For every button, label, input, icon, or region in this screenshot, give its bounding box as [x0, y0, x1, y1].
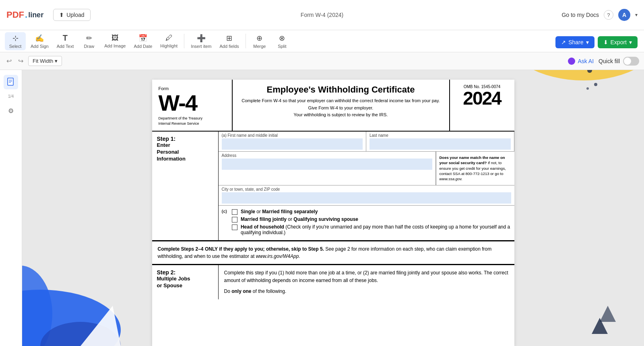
doc-title: Form W-4 (2024)	[301, 12, 343, 18]
city-cell: City or town, state, and ZIP code	[219, 185, 514, 205]
tool-add-fields[interactable]: ⊞ Add fields	[217, 32, 242, 50]
logo-liner-text: liner	[28, 11, 43, 19]
step1-subtitle: Enter Personal Information	[157, 142, 213, 163]
page-count-label: 1/4	[8, 94, 14, 99]
form-dept: Department of the Treasury Internal Reve…	[159, 116, 225, 126]
add-text-label: Add Text	[57, 44, 74, 49]
form-year: 2024	[456, 89, 508, 107]
header-bar: PDF.liner ⬆ Upload Form W-4 (2024) Go to…	[0, 0, 644, 30]
tool-draw[interactable]: ✏ Draw	[78, 32, 99, 50]
last-name-input[interactable]	[369, 138, 511, 150]
city-input[interactable]	[222, 192, 511, 204]
app-logo[interactable]: PDF.liner	[6, 10, 43, 20]
form-header-center: Employee's Withholding Certificate Compl…	[233, 80, 450, 131]
highlight-label: Highlight	[160, 43, 178, 48]
tool-select[interactable]: ⊹ Select	[5, 32, 26, 50]
checkbox-head[interactable]	[232, 224, 237, 230]
toolbar-separator-1	[184, 34, 184, 48]
action-buttons: ↗ Share ▾ ⬇ Export ▾	[555, 36, 638, 48]
tool-insert-item[interactable]: ➕ Insert item	[188, 32, 215, 50]
first-name-input[interactable]	[222, 138, 363, 150]
form-main-title: Employee's Withholding Certificate	[239, 84, 443, 95]
logo-pdf-text: PDF	[6, 10, 24, 20]
undo-button[interactable]: ↩	[5, 56, 13, 66]
add-sign-label: Add Sign	[31, 44, 49, 49]
export-button[interactable]: ⬇ Export ▾	[598, 36, 638, 48]
name-row: (a) First name and middle initial Last n…	[219, 132, 514, 152]
step2-title: Step 2:	[157, 269, 213, 276]
tool-highlight[interactable]: 🖊 Highlight	[157, 32, 181, 50]
quick-fill-label: Quick fill	[599, 58, 620, 64]
first-name-label: (a) First name and middle initial	[222, 133, 363, 138]
tool-add-text[interactable]: T Add Text	[54, 32, 77, 50]
avatar[interactable]: A	[618, 9, 630, 21]
share-button[interactable]: ↗ Share ▾	[555, 36, 594, 48]
share-chevron-icon: ▾	[586, 39, 589, 45]
redo-button[interactable]: ↪	[17, 56, 25, 66]
secondary-toolbar-right: Ask AI Quick fill	[568, 57, 639, 66]
upload-label: Upload	[66, 12, 84, 18]
select-label: Select	[9, 44, 22, 49]
share-label: Share	[568, 39, 583, 45]
step2-desc: Complete this step if you (1) hold more …	[224, 269, 509, 284]
city-label: City or town, state, and ZIP code	[222, 187, 511, 192]
step2-do-only: Do only one of the following.	[224, 288, 509, 295]
add-fields-label: Add fields	[220, 44, 239, 49]
ask-ai-button[interactable]: Ask AI	[568, 58, 594, 65]
add-date-label: Add Date	[134, 44, 152, 49]
tool-split[interactable]: ⊗ Split	[272, 32, 293, 50]
step2-section: Step 2: Multiple Jobs or Spouse Complete…	[152, 264, 514, 300]
split-label: Split	[278, 44, 286, 49]
filing-head-text: Head of household (Check only if you're …	[241, 224, 511, 235]
help-button[interactable]: ?	[604, 10, 613, 20]
filing-c-label: (c)	[222, 209, 227, 214]
tool-add-image[interactable]: 🖼 Add Image	[101, 32, 129, 50]
export-icon: ⬇	[603, 39, 608, 45]
tool-add-date[interactable]: 📅 Add Date	[130, 32, 155, 50]
insert-item-icon: ➕	[197, 34, 206, 43]
tool-merge[interactable]: ⊕ Merge	[249, 32, 270, 50]
checkbox-single[interactable]	[232, 209, 237, 215]
filing-married-text: Married filing jointly or Qualifying sur…	[241, 216, 358, 222]
highlight-icon: 🖊	[165, 34, 173, 42]
checkbox-married[interactable]	[232, 217, 237, 222]
address-row-container: Address Does your name match the name on…	[219, 152, 514, 185]
go-to-docs-link[interactable]: Go to my Docs	[561, 12, 599, 18]
export-chevron-icon: ▾	[629, 39, 632, 45]
add-fields-icon: ⊞	[226, 34, 232, 43]
avatar-chevron[interactable]: ▾	[635, 12, 638, 18]
complete-steps-bold: Complete Steps 2–4 ONLY if they apply to…	[158, 246, 324, 252]
fit-width-dropdown[interactable]: Fit Width ▾	[28, 56, 62, 66]
city-row: City or town, state, and ZIP code	[219, 185, 514, 206]
filing-option-married: (c) Married filing jointly or Qualifying…	[222, 216, 511, 222]
form-header-right: OMB No. 1545-0074 2024	[450, 80, 514, 131]
step2-subtitle: Multiple Jobs or Spouse	[157, 276, 213, 289]
add-date-icon: 📅	[138, 34, 147, 43]
step1-title: Step 1:	[157, 136, 213, 142]
draw-label: Draw	[84, 44, 94, 49]
header-right: Go to my Docs ? A ▾	[561, 9, 638, 21]
filing-single-text: Single or Married filing separately	[241, 209, 318, 214]
quick-fill-area: Quick fill	[599, 57, 639, 66]
sidebar-thumbnail-icon[interactable]	[4, 75, 18, 89]
filing-option-single: (c) Single or Married filing separately	[222, 209, 511, 215]
address-input[interactable]	[222, 159, 432, 170]
settings-gear-icon: ⚙	[8, 107, 14, 115]
form-header: Form W-4 Department of the Treasury Inte…	[152, 80, 514, 132]
form-subtitle: Complete Form W-4 so that your employer …	[239, 97, 443, 119]
split-icon: ⊗	[279, 34, 285, 43]
share-icon: ↗	[561, 39, 566, 45]
address-label: Address	[222, 153, 432, 158]
select-icon: ⊹	[12, 34, 19, 43]
fit-width-label: Fit Width	[33, 58, 53, 64]
sidebar-settings-icon[interactable]: ⚙	[4, 103, 18, 118]
tool-add-sign[interactable]: ✍ Add Sign	[27, 32, 52, 50]
address-cell: Address	[219, 152, 436, 185]
draw-icon: ✏	[86, 34, 92, 43]
form-number: W-4	[159, 92, 225, 114]
quick-fill-toggle[interactable]	[623, 57, 639, 66]
step1-section: Step 1: Enter Personal Information (a) F…	[152, 132, 514, 240]
step2-content: Complete this step if you (1) hold more …	[219, 265, 514, 300]
upload-button[interactable]: ⬆ Upload	[53, 9, 90, 21]
form-header-left: Form W-4 Department of the Treasury Inte…	[152, 80, 233, 131]
